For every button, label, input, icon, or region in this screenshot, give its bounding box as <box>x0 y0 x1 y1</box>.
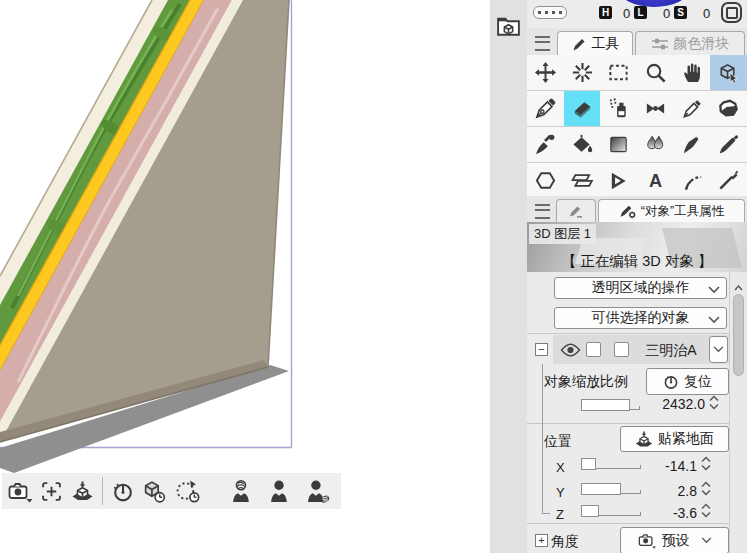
eyedropper-icon <box>534 133 557 156</box>
svg-text:A: A <box>649 171 662 191</box>
tool-fill[interactable] <box>564 127 601 162</box>
pose-icon <box>267 479 291 503</box>
tab-subtool-detail[interactable] <box>556 199 596 222</box>
camera-angle-button[interactable] <box>5 475 36 507</box>
tool-stream-line[interactable] <box>600 163 637 198</box>
bucket-icon <box>571 133 594 156</box>
object-name[interactable]: 三明治A <box>635 342 707 360</box>
camera-angle-icon <box>8 480 33 503</box>
z-slider[interactable] <box>581 504 641 517</box>
divider <box>527 333 729 334</box>
drag-handle[interactable] <box>533 6 567 19</box>
object-checkbox-2[interactable] <box>614 342 629 357</box>
spinner-icon <box>700 480 712 497</box>
tool-palette-menu-icon[interactable] <box>535 36 550 51</box>
tab-tools[interactable]: 工具 <box>557 31 633 55</box>
angle-preset-button[interactable]: 预设 <box>620 527 729 553</box>
object-collapse-box[interactable]: − <box>535 343 548 356</box>
lum-value[interactable]: 0 <box>663 6 670 21</box>
z-spinner[interactable] <box>700 502 712 523</box>
z-axis-label: Z <box>556 507 564 522</box>
tool-operate-3d[interactable] <box>710 55 747 90</box>
selectable-objects-dropdown[interactable]: 可供选择的对象 <box>554 307 727 329</box>
tool-eraser[interactable] <box>564 91 601 126</box>
tool-pen[interactable] <box>527 91 564 126</box>
pose-button[interactable] <box>264 475 295 507</box>
scale-label: 对象缩放比例 <box>544 373 628 391</box>
tool-balloon[interactable] <box>674 163 711 198</box>
tool-line-correct[interactable] <box>710 163 747 198</box>
move-to-center-button[interactable] <box>36 475 67 507</box>
tab-object-tool-property[interactable]: “对象”工具属性 <box>598 199 745 222</box>
divider <box>527 523 729 524</box>
material-palette-button[interactable] <box>495 13 522 40</box>
tool-blend-stone[interactable] <box>710 91 747 126</box>
chevron-down-icon <box>701 537 712 544</box>
scale-reset-button[interactable]: 复位 <box>646 368 729 395</box>
sat-chip: S <box>674 6 687 19</box>
scale-value[interactable]: 2432.0 <box>641 396 705 412</box>
tool-eyedropper[interactable] <box>527 127 564 162</box>
eye-icon <box>560 343 581 357</box>
y-slider[interactable] <box>581 482 641 495</box>
sat-value[interactable]: 0 <box>703 6 710 21</box>
reset-camera-rotation-button[interactable] <box>169 475 205 507</box>
reset-camera-icon <box>175 479 200 503</box>
tool-gradient[interactable] <box>600 127 637 162</box>
tool-figure[interactable] <box>527 163 564 198</box>
tool-move[interactable] <box>527 55 564 90</box>
object-select-chevron-button[interactable] <box>709 336 728 363</box>
object-checkbox-1[interactable] <box>586 342 601 357</box>
y-value[interactable]: 2.8 <box>637 483 697 499</box>
lum-chip: L <box>634 6 647 19</box>
tool-pencil[interactable] <box>674 127 711 162</box>
color-display-toggle-button[interactable] <box>721 2 742 23</box>
snap-ground-button[interactable]: 贴紧地面 <box>620 426 729 452</box>
snap-to-ground-icon <box>635 431 653 448</box>
scale-spinner[interactable] <box>708 394 720 415</box>
pen-icon <box>571 36 587 52</box>
z-value[interactable]: -3.6 <box>637 505 697 521</box>
tool-marker-pen[interactable] <box>674 91 711 126</box>
tool-blend[interactable] <box>637 127 674 162</box>
eraser-icon <box>571 97 594 120</box>
scale-slider[interactable] <box>581 398 640 411</box>
stone-icon <box>717 97 740 120</box>
tool-frame-border[interactable] <box>564 163 601 198</box>
tool-marquee[interactable] <box>600 55 637 90</box>
tool-airbrush[interactable] <box>600 91 637 126</box>
x-slider[interactable] <box>581 457 641 470</box>
angle-expand-box[interactable]: + <box>535 534 548 547</box>
tool-brush[interactable] <box>710 127 747 162</box>
scrollbar-thumb[interactable] <box>733 294 744 376</box>
tool-decoration[interactable] <box>637 91 674 126</box>
layer-badge: 3D 图层 1 <box>529 224 596 244</box>
object-visibility-toggle[interactable] <box>560 343 581 357</box>
reset-rotation-button[interactable] <box>107 475 138 507</box>
scrollbar-up-arrow[interactable] <box>734 277 743 295</box>
y-axis-label: Y <box>556 485 565 500</box>
tool-property-menu-icon[interactable] <box>535 204 550 219</box>
hand-pose-button[interactable] <box>302 475 333 507</box>
x-spinner[interactable] <box>700 455 712 476</box>
tab-color-slider[interactable]: 颜色滑块 <box>635 31 745 55</box>
panel-scrollbar[interactable] <box>729 272 747 553</box>
gradient-icon <box>607 133 630 156</box>
hue-value[interactable]: 0 <box>623 6 630 21</box>
reset-object-rotation-button[interactable] <box>138 475 169 507</box>
tool-text[interactable]: A <box>637 163 674 198</box>
y-spinner[interactable] <box>700 480 712 501</box>
correct-line-icon <box>717 169 740 192</box>
canvas-3d-object[interactable] <box>0 0 487 553</box>
spinner-icon <box>708 394 720 411</box>
x-value[interactable]: -14.1 <box>637 458 697 474</box>
transparent-area-dropdown[interactable]: 透明区域的操作 <box>554 277 727 299</box>
canvas-area <box>0 0 487 553</box>
tab-object-tool-property-label: “对象”工具属性 <box>641 203 724 220</box>
tool-auto-select[interactable] <box>564 55 601 90</box>
tool-hand[interactable] <box>674 55 711 90</box>
brush-icon <box>717 133 740 156</box>
snap-to-ground-button[interactable] <box>67 475 98 507</box>
body-shape-button[interactable] <box>226 475 257 507</box>
tool-zoom[interactable] <box>637 55 674 90</box>
